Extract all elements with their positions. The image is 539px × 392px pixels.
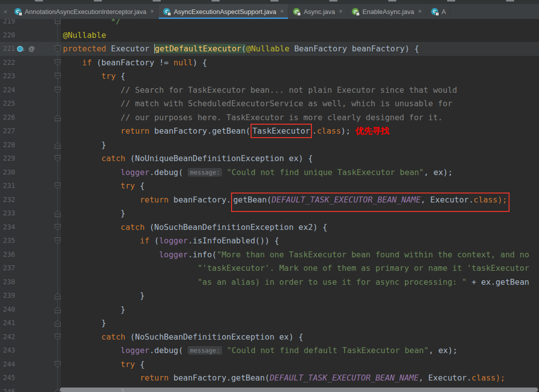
code-line-235[interactable]: 235 if (logger.isInfoEnabled()) { bbox=[0, 234, 539, 248]
fold-marker-down-icon[interactable] bbox=[54, 59, 61, 67]
horizontal-scrollbar[interactable] bbox=[60, 388, 538, 392]
code-line-242[interactable]: 242 catch (NoSuchBeanDefinitionException… bbox=[0, 330, 539, 344]
annotation-note-text: 优先寻找 bbox=[355, 126, 389, 136]
red-annotation-box: TaskExecutor bbox=[251, 124, 312, 138]
code-line-231[interactable]: 231 try { bbox=[0, 179, 539, 193]
tab-close-icon[interactable]: × bbox=[418, 8, 422, 15]
code-token bbox=[63, 181, 121, 191]
code-token: DEFAULT_TASK_EXECUTOR_BEAN_NAME bbox=[271, 195, 421, 204]
class-file-icon: C bbox=[431, 8, 439, 15]
code-token: . bbox=[312, 126, 317, 136]
tab-close-icon[interactable]: × bbox=[339, 8, 342, 15]
code-line-222[interactable]: 222 if (beanFactory != null) { bbox=[0, 56, 539, 70]
fold-marker-down-icon[interactable] bbox=[54, 72, 61, 80]
code-line-243[interactable]: 243 logger.debug( message: "Could not fi… bbox=[0, 344, 539, 358]
code-token: ); bbox=[496, 373, 505, 383]
tab-async-java[interactable]: @Async.java× bbox=[288, 4, 347, 19]
code-token: } bbox=[63, 305, 125, 314]
fold-marker-up-icon[interactable] bbox=[54, 114, 61, 122]
code-line-237[interactable]: 237 "'taskExecutor'. Mark one of them as… bbox=[0, 261, 539, 275]
code-line-238[interactable]: 238 "as an alias) in order to use it for… bbox=[0, 275, 539, 289]
code-token: (NoSuchBeanDefinitionException ex2) { bbox=[149, 222, 327, 232]
code-text: protected Executor getDefaultExecutor(@N… bbox=[63, 42, 419, 56]
code-line-220[interactable]: 220@Nullable bbox=[0, 28, 539, 42]
code-line-227[interactable]: 227 return beanFactory.getBean(TaskExecu… bbox=[0, 124, 539, 138]
line-number: 246 bbox=[3, 385, 15, 392]
line-number: 243 bbox=[3, 344, 15, 358]
fold-marker-up-icon[interactable] bbox=[54, 306, 61, 314]
code-line-228[interactable]: 228 } bbox=[0, 138, 539, 152]
code-line-226[interactable]: 226 // our purposes here. TaskExecutor i… bbox=[0, 111, 539, 125]
code-token: getDefaultExecutor bbox=[155, 44, 241, 53]
code-line-240[interactable]: 240 } bbox=[0, 303, 539, 317]
code-token: try bbox=[121, 360, 135, 369]
fold-marker-down-icon[interactable] bbox=[54, 237, 61, 245]
code-line-221[interactable]: 221↓@protected Executor getDefaultExecut… bbox=[0, 42, 539, 56]
code-editor[interactable]: 219 */220@Nullable221↓@protected Executo… bbox=[0, 19, 539, 392]
code-token: } bbox=[63, 208, 125, 218]
tab-close-icon[interactable]: × bbox=[150, 8, 154, 15]
line-number: 229 bbox=[3, 152, 15, 166]
code-token: "as an alias) in order to use it for asy… bbox=[63, 277, 472, 287]
code-line-241[interactable]: 241 } bbox=[0, 316, 539, 330]
code-line-244[interactable]: 244 try { bbox=[0, 358, 539, 372]
fold-marker-down-icon[interactable] bbox=[54, 182, 61, 190]
fold-marker-box-icon[interactable] bbox=[54, 19, 61, 25]
code-token: (beanFactory != bbox=[96, 58, 173, 67]
code-line-232[interactable]: 232 return beanFactory.getBean(DEFAULT_T… bbox=[0, 193, 539, 207]
tab-a[interactable]: CA bbox=[427, 4, 451, 19]
code-line-236[interactable]: 236 logger.info("More than one TaskExecu… bbox=[0, 248, 539, 262]
fold-marker-down-icon[interactable] bbox=[54, 223, 61, 231]
code-token: logger bbox=[121, 168, 150, 177]
tab-close-icon[interactable]: × bbox=[280, 8, 283, 15]
code-token bbox=[63, 236, 140, 245]
fold-marker-up-icon[interactable] bbox=[54, 319, 61, 327]
tab-enableasync-java[interactable]: @EnableAsync.java× bbox=[347, 4, 426, 19]
line-number: 233 bbox=[3, 206, 15, 220]
fold-marker-up-icon[interactable] bbox=[54, 292, 61, 300]
code-text: // match with ScheduledExecutorService a… bbox=[63, 97, 452, 111]
line-number: 221 bbox=[3, 42, 15, 56]
code-token bbox=[63, 360, 121, 369]
annotated-marker-icon[interactable]: @ bbox=[28, 42, 35, 56]
line-number: 232 bbox=[3, 193, 15, 207]
code-token: ( bbox=[154, 236, 159, 245]
code-line-229[interactable]: 229 catch (NoUniqueBeanDefinitionExcepti… bbox=[0, 152, 539, 166]
class-file-icon: C bbox=[14, 8, 22, 15]
tab-annotationasyncexecutioninterceptor-java[interactable]: CAnnotationAsyncExecutionInterceptor.jav… bbox=[10, 4, 159, 19]
code-line-225[interactable]: 225 // match with ScheduledExecutorServi… bbox=[0, 97, 539, 111]
fold-marker-down-icon[interactable] bbox=[54, 333, 61, 341]
line-number: 239 bbox=[3, 289, 15, 303]
code-token: beanFactory.getBean( bbox=[154, 126, 251, 136]
code-line-223[interactable]: 223 try { bbox=[0, 69, 539, 83]
line-number: 231 bbox=[3, 179, 15, 193]
fold-marker-up-icon[interactable] bbox=[54, 141, 61, 149]
code-token bbox=[63, 126, 121, 136]
code-line-224[interactable]: 224 // Search for TaskExecutor bean... n… bbox=[0, 83, 539, 97]
code-line-239[interactable]: 239 } bbox=[0, 289, 539, 303]
code-line-230[interactable]: 230 logger.debug( message: "Could not fi… bbox=[0, 166, 539, 180]
tab-asyncexecutionaspectsupport-java[interactable]: CAsyncExecutionAspectSupport.java× bbox=[159, 4, 288, 19]
code-line-245[interactable]: 245 return beanFactory.getBean(DEFAULT_T… bbox=[0, 371, 539, 385]
fold-marker-down-icon[interactable] bbox=[54, 45, 61, 53]
fold-marker-down-icon[interactable] bbox=[54, 86, 61, 94]
code-text: return beanFactory.getBean(TaskExecutor.… bbox=[63, 124, 389, 138]
code-line-234[interactable]: 234 catch (NoSuchBeanDefinitionException… bbox=[0, 220, 539, 234]
code-token bbox=[63, 195, 140, 204]
code-token: class bbox=[472, 373, 496, 383]
code-text: return beanFactory.getBean(DEFAULT_TASK_… bbox=[63, 193, 510, 207]
code-token: catch bbox=[121, 222, 150, 232]
code-token: (NoUniqueBeanDefinitionException ex) { bbox=[130, 154, 313, 163]
code-token bbox=[63, 332, 101, 342]
fold-marker-down-icon[interactable] bbox=[54, 155, 61, 163]
close-icon[interactable]: × bbox=[0, 8, 10, 15]
code-token bbox=[63, 346, 121, 355]
code-line-219[interactable]: 219 */ bbox=[0, 19, 539, 28]
fold-marker-up-icon[interactable] bbox=[54, 209, 61, 217]
fold-marker-down-icon[interactable] bbox=[54, 361, 61, 369]
code-line-233[interactable]: 233 } bbox=[0, 206, 539, 220]
code-text: try { bbox=[63, 358, 145, 372]
code-token bbox=[63, 168, 121, 177]
line-number: 226 bbox=[3, 111, 15, 125]
code-token: "Could not find default TaskExecutor bea… bbox=[222, 346, 429, 355]
